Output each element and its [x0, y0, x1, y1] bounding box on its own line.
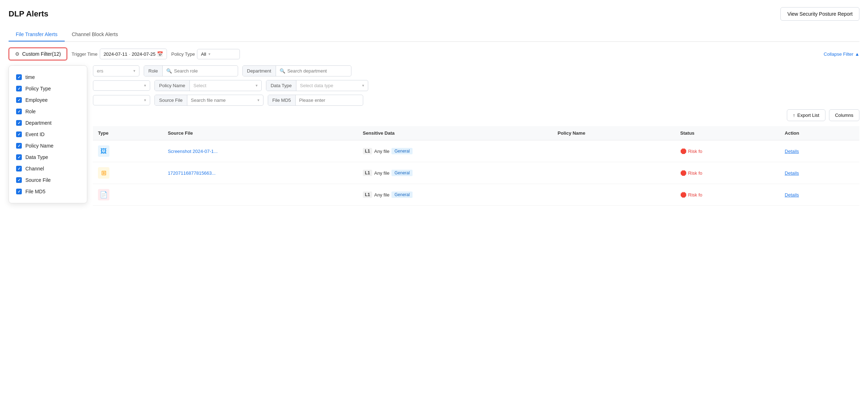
- dropdown-item-label-file-md5: File MD5: [25, 189, 45, 194]
- source-file-label: Source File: [155, 95, 187, 105]
- columns-button[interactable]: Columns: [829, 109, 859, 121]
- file-md5-input[interactable]: [296, 95, 363, 105]
- policy-type-label: Policy Type: [171, 51, 195, 57]
- policy-name-filter: Policy Name Select ▾: [154, 80, 262, 91]
- policy-name-cell: [553, 184, 675, 206]
- role-search-input[interactable]: [174, 68, 234, 74]
- chevron-down-icon: ▾: [362, 83, 364, 88]
- dropdown-item-department[interactable]: Department: [16, 117, 80, 129]
- tab-channel-block[interactable]: Channel Block Alerts: [65, 28, 125, 41]
- custom-filter-button[interactable]: ⚙ Custom Filter(12): [9, 48, 67, 60]
- policy-type-select-wrap[interactable]: All ▾: [197, 49, 240, 59]
- checkbox-data-type: [16, 154, 22, 160]
- tab-file-transfer[interactable]: File Transfer Alerts: [9, 28, 65, 41]
- any-file-text: Any file: [374, 170, 390, 176]
- col-policy-name: Policy Name: [553, 126, 675, 140]
- risk-icon: 🛑: [680, 170, 686, 176]
- data-type-filter: Data Type Select data type ▾: [266, 80, 368, 91]
- dropdown-item-employee[interactable]: Employee: [16, 94, 80, 106]
- table-row: 🖼Screenshot 2024-07-1...L1Any fileGenera…: [93, 140, 859, 162]
- status-cell: 🛑Risk fo: [680, 170, 775, 176]
- dropdown-item-role[interactable]: Role: [16, 106, 80, 117]
- status-text: Risk fo: [688, 170, 702, 176]
- department-filter: Department 🔍: [242, 65, 351, 76]
- details-link[interactable]: Details: [785, 149, 799, 154]
- dropdown-item-policy-type[interactable]: Policy Type: [16, 83, 80, 94]
- dropdown-item-source-file[interactable]: Source File: [16, 174, 80, 186]
- export-icon: ↑: [793, 113, 795, 118]
- dropdown-item-event-id[interactable]: Event ID: [16, 129, 80, 140]
- policy-type-filter: Policy Type All ▾: [171, 49, 240, 59]
- date-range-picker[interactable]: 2024-07-11 - 2024-07-25 📅: [100, 49, 167, 59]
- table-header-row: Type Source File Sensitive Data Policy N…: [93, 126, 859, 140]
- chevron-down-icon: ▾: [257, 98, 260, 103]
- tabs-bar: File Transfer Alerts Channel Block Alert…: [9, 28, 859, 42]
- channel-dropdown[interactable]: ▾: [93, 95, 150, 105]
- any-file-text: Any file: [374, 149, 390, 154]
- file-type-icon: ⊞: [98, 167, 109, 179]
- file-cell: ⊞: [98, 167, 158, 179]
- checkbox-event-id: [16, 131, 22, 137]
- status-cell: 🛑Risk fo: [680, 148, 775, 154]
- checkbox-policy-type: [16, 86, 22, 91]
- table-row: 📄L1Any fileGeneral🛑Risk foDetails: [93, 184, 859, 206]
- checkbox-file-md5: [16, 189, 22, 194]
- view-security-report-button[interactable]: View Security Posture Report: [780, 7, 859, 21]
- chevron-down-icon: ▾: [208, 52, 211, 56]
- role-search-wrap: 🔍: [163, 66, 238, 76]
- level-badge: L1: [363, 148, 372, 154]
- chevron-down-icon: ▾: [133, 69, 135, 73]
- checkbox-role: [16, 109, 22, 114]
- file-md5-filter: File MD5: [268, 95, 363, 106]
- policy-name-cell: [553, 140, 675, 162]
- details-link[interactable]: Details: [785, 192, 799, 198]
- dropdown-item-label-data-type: Data Type: [25, 154, 48, 160]
- filter-row-4: ▾ Source File ▾ File MD5: [93, 95, 859, 106]
- general-badge: General: [391, 148, 413, 154]
- policy-name-cell: [553, 162, 675, 184]
- gear-icon: ⚙: [15, 51, 20, 57]
- department-search-input[interactable]: [287, 68, 347, 74]
- file-name-link[interactable]: Screenshot 2024-07-1...: [168, 149, 217, 154]
- dropdown-item-label-policy-name: Policy Name: [25, 143, 54, 149]
- any-file-text: Any file: [374, 192, 390, 198]
- search-icon: 🔍: [166, 68, 172, 74]
- filter-row-1: ⚙ Custom Filter(12) Trigger Time 2024-07…: [9, 48, 859, 60]
- dropdown-item-data-type[interactable]: Data Type: [16, 151, 80, 163]
- chevron-down-icon: ▾: [144, 98, 146, 103]
- custom-filter-dropdown: timePolicy TypeEmployeeRoleDepartmentEve…: [9, 65, 87, 203]
- date-separator: -: [129, 51, 130, 57]
- alerts-table: Type Source File Sensitive Data Policy N…: [93, 126, 859, 206]
- role-label: Role: [144, 66, 163, 76]
- dropdown-item-label-time: time: [25, 74, 35, 80]
- dropdown-item-channel[interactable]: Channel: [16, 163, 80, 174]
- search-icon: 🔍: [280, 68, 285, 74]
- employee-dropdown[interactable]: ▾: [93, 80, 150, 91]
- file-name-link[interactable]: 17207116877815663...: [168, 170, 216, 176]
- dropdown-item-file-md5[interactable]: File MD5: [16, 186, 80, 197]
- calendar-icon: 📅: [157, 51, 163, 57]
- checkbox-channel: [16, 166, 22, 171]
- dropdown-item-policy-name[interactable]: Policy Name: [16, 140, 80, 151]
- risk-icon: 🛑: [680, 192, 686, 198]
- export-list-button[interactable]: ↑ Export List: [787, 109, 825, 121]
- data-type-select-inner: Select data type ▾: [296, 80, 368, 91]
- details-link[interactable]: Details: [785, 170, 799, 176]
- policy-name-select-inner: Select ▾: [190, 80, 261, 91]
- checkbox-department: [16, 120, 22, 126]
- checkbox-source-file: [16, 177, 22, 183]
- collapse-filter-button[interactable]: Collapse Filter ▲: [824, 51, 859, 57]
- dropdown-item-label-source-file: Source File: [25, 177, 51, 183]
- source-file-search-input[interactable]: [191, 98, 255, 103]
- trigger-time-filter: Trigger Time 2024-07-11 - 2024-07-25 📅: [71, 49, 167, 59]
- file-cell: 📄: [98, 189, 158, 200]
- policy-type-value: All: [201, 51, 206, 57]
- dropdown-item-time[interactable]: time: [16, 71, 80, 83]
- dropdown-item-label-event-id: Event ID: [25, 131, 45, 137]
- sensitive-data-cell: L1Any fileGeneral: [363, 148, 548, 154]
- department-search-wrap: 🔍: [276, 66, 351, 76]
- trigger-dropdown-small[interactable]: ers ▾: [93, 65, 139, 76]
- file-type-icon: 🖼: [98, 145, 109, 157]
- dropdown-item-label-employee: Employee: [25, 97, 48, 103]
- dropdown-item-label-channel: Channel: [25, 166, 44, 171]
